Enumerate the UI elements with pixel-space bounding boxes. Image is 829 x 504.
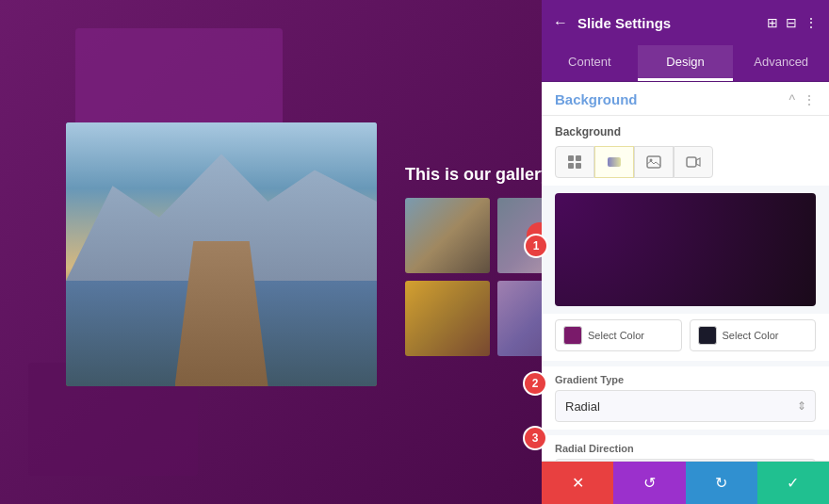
back-button[interactable]: ← <box>553 14 568 31</box>
panel-tabs: Content Design Advanced <box>542 45 829 82</box>
thumbnail-4[interactable] <box>497 281 542 356</box>
panel-content: Background ^ ⋮ Background <box>542 82 829 461</box>
color-select-label-2: Select Color <box>723 330 779 341</box>
panel-header-icons: ⊞ ⊟ ⋮ <box>767 15 818 30</box>
color-swatch-2 <box>698 326 717 345</box>
tab-content[interactable]: Content <box>542 45 638 81</box>
svg-rect-4 <box>608 157 621 167</box>
thumbnail-grid <box>405 198 542 356</box>
badge-2: 2 <box>523 371 547 396</box>
gradient-type-label: Gradient Type <box>555 374 816 385</box>
gradient-type-select-wrapper: Radial Linear Conic ⇕ <box>555 390 816 422</box>
collapse-icon[interactable]: ^ <box>788 92 795 107</box>
color-select-label-1: Select Color <box>588 330 644 341</box>
panel-title: Slide Settings <box>577 15 757 31</box>
bg-type-pattern[interactable] <box>555 146 594 178</box>
tab-advanced[interactable]: Advanced <box>733 45 829 81</box>
radial-direction-label: Radial Direction <box>555 443 816 454</box>
panel-footer: ✕ ↺ ↻ ✓ <box>542 461 829 504</box>
svg-rect-2 <box>568 163 574 169</box>
slide-settings-panel: ← Slide Settings ⊞ ⊟ ⋮ Content Design Ad… <box>542 0 829 504</box>
gradient-preview <box>555 193 816 306</box>
section-title: Background <box>555 91 638 107</box>
confirm-button[interactable]: ✓ <box>757 462 829 504</box>
gallery-text: This is our gallery. C <box>405 165 542 185</box>
main-gallery-image <box>66 122 377 386</box>
svg-rect-1 <box>576 155 581 161</box>
radial-direction-select[interactable]: Top Left Center Top Right Bottom Left Bo… <box>555 459 816 461</box>
tab-design[interactable]: Design <box>638 45 734 81</box>
gradient-type-select[interactable]: Radial Linear Conic <box>555 390 816 422</box>
badge-1: 1 <box>524 234 548 258</box>
svg-rect-3 <box>576 163 581 169</box>
bg-type-image[interactable] <box>634 146 674 178</box>
background-label: Background <box>542 116 829 142</box>
section-more-icon[interactable]: ⋮ <box>803 92 816 107</box>
gradient-type-group: Gradient Type Radial Linear Conic ⇕ <box>542 366 829 430</box>
badge-3: 3 <box>523 426 547 450</box>
canvas-area: This is our gallery. C <box>0 0 542 504</box>
section-header-icons: ^ ⋮ <box>788 92 816 107</box>
color-select-btn-2[interactable]: Select Color <box>690 319 817 351</box>
cancel-button[interactable]: ✕ <box>542 462 613 504</box>
radial-direction-group: Radial Direction Top Left Center Top Rig… <box>542 435 829 461</box>
thumbnail-3[interactable] <box>405 281 490 356</box>
more-icon[interactable]: ⋮ <box>805 15 818 30</box>
color-select-btn-1[interactable]: Select Color <box>555 319 682 351</box>
thumbnail-1[interactable] <box>405 198 490 273</box>
section-header: Background ^ ⋮ <box>542 82 829 116</box>
layout-icon[interactable]: ⊟ <box>786 15 797 30</box>
grid-icon[interactable]: ⊞ <box>767 15 778 30</box>
panel-header: ← Slide Settings ⊞ ⊟ ⋮ <box>542 0 829 45</box>
bg-type-gradient[interactable] <box>594 146 634 178</box>
svg-rect-0 <box>568 155 574 161</box>
color-swatch-1 <box>563 326 582 345</box>
undo-button[interactable]: ↺ <box>613 462 685 504</box>
color-row: Select Color Select Color <box>542 314 829 361</box>
background-type-row <box>542 142 829 186</box>
bg-type-video[interactable] <box>674 146 713 178</box>
svg-rect-7 <box>687 157 696 167</box>
redo-button[interactable]: ↻ <box>686 462 757 504</box>
radial-direction-select-wrapper: Top Left Center Top Right Bottom Left Bo… <box>555 459 816 461</box>
